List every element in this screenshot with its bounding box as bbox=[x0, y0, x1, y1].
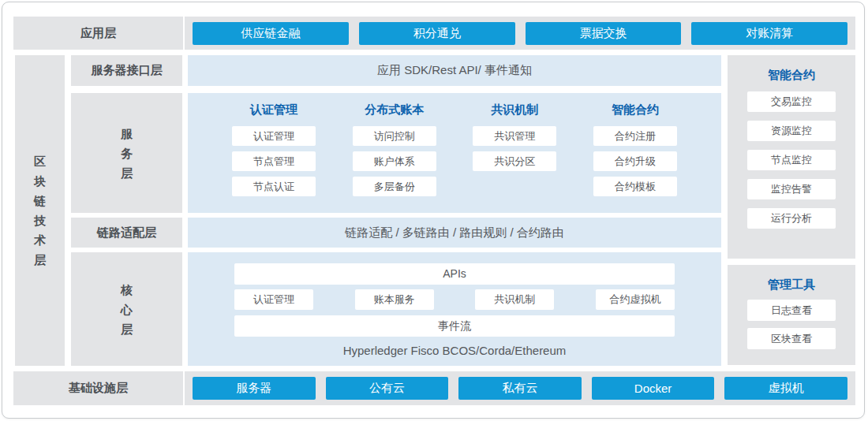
app-node-bill-exchange[interactable]: 票据交换 bbox=[526, 22, 682, 45]
monitor-item: 节点监控 bbox=[747, 150, 836, 170]
infra-node-docker[interactable]: Docker bbox=[592, 377, 715, 400]
smart-contract-panel: 智能合约 交易监控 资源监控 节点监控 监控告警 运行分析 bbox=[728, 55, 855, 259]
service-column-header: 认证管理 bbox=[232, 102, 316, 118]
service-item: 共识分区 bbox=[473, 151, 556, 171]
service-item: 合约升级 bbox=[593, 151, 677, 171]
core-layer-label: 核 心 层 bbox=[71, 252, 182, 366]
service-item: 访问控制 bbox=[353, 126, 436, 146]
service-item: 节点管理 bbox=[232, 151, 316, 171]
service-item: 多层备份 bbox=[353, 177, 436, 196]
core-module: 认证管理 bbox=[234, 289, 313, 310]
service-column-auth: 认证管理 认证管理 节点管理 节点认证 bbox=[232, 102, 316, 213]
infra-node-public-cloud[interactable]: 公有云 bbox=[326, 377, 449, 400]
app-layer-strip: 供应链金融 积分通兑 票据交换 对账清算 bbox=[185, 17, 855, 50]
monitor-item: 监控告警 bbox=[747, 179, 836, 199]
blockchain-tech-layer-label: 区 块 链 技 术 层 bbox=[15, 55, 65, 366]
service-item: 节点认证 bbox=[232, 177, 316, 196]
service-item: 共识管理 bbox=[473, 126, 556, 146]
tool-item: 日志查看 bbox=[747, 300, 836, 321]
service-column-consensus: 共识机制 共识管理 共识分区 bbox=[473, 102, 556, 213]
core-modules-row: 认证管理 账本服务 共识机制 合约虚拟机 bbox=[234, 289, 675, 310]
management-tools-panel: 管理工具 日志查看 区块查看 bbox=[728, 265, 855, 365]
app-layer-label: 应用层 bbox=[13, 17, 183, 50]
service-layer-panel: 认证管理 认证管理 节点管理 节点认证 分布式账本 访问控制 账户体系 多层备份… bbox=[188, 93, 721, 213]
event-stream-bar: 事件流 bbox=[234, 315, 675, 337]
service-item: 账户体系 bbox=[353, 151, 436, 171]
link-routing-content: 链路适配 / 多链路由 / 路由规则 / 合约路由 bbox=[188, 218, 721, 248]
core-module: 合约虚拟机 bbox=[596, 289, 675, 310]
core-module: 账本服务 bbox=[355, 289, 434, 310]
platforms-text: Hyperledger Fisco BCOS/Corda/Ethereum bbox=[234, 344, 675, 357]
monitor-item: 资源监控 bbox=[747, 121, 836, 141]
server-interface-layer-label: 服务器接口层 bbox=[71, 55, 182, 86]
service-column-ledger: 分布式账本 访问控制 账户体系 多层备份 bbox=[353, 102, 436, 213]
service-item: 合约注册 bbox=[593, 126, 677, 146]
service-column-header: 分布式账本 bbox=[353, 102, 436, 118]
apis-bar: APIs bbox=[234, 263, 675, 285]
service-column-smart-contract: 智能合约 合约注册 合约升级 合约模板 bbox=[593, 102, 677, 213]
infrastructure-layer-strip: 服务器 公有云 私有云 Docker 虚拟机 bbox=[185, 371, 855, 405]
monitor-item: 交易监控 bbox=[747, 91, 836, 112]
app-node-points-exchange[interactable]: 积分通兑 bbox=[359, 22, 515, 45]
core-layer-panel: APIs 认证管理 账本服务 共识机制 合约虚拟机 事件流 Hyperledge… bbox=[188, 252, 721, 366]
sdk-rest-api-content: 应用 SDK/Rest API/ 事件通知 bbox=[188, 55, 721, 86]
service-layer-label: 服 务 层 bbox=[71, 93, 182, 213]
tool-item: 区块查看 bbox=[747, 328, 836, 349]
core-module: 共识机制 bbox=[475, 289, 554, 310]
app-node-reconciliation-clearing[interactable]: 对账清算 bbox=[691, 22, 847, 45]
infra-node-vm[interactable]: 虚拟机 bbox=[724, 377, 847, 400]
service-item: 合约模板 bbox=[593, 177, 677, 196]
management-tools-panel-header: 管理工具 bbox=[728, 265, 855, 292]
architecture-diagram-frame: 应用层 供应链金融 积分通兑 票据交换 对账清算 区 块 链 技 术 层 服务器… bbox=[2, 2, 865, 419]
link-adapter-layer-label: 链路适配层 bbox=[71, 218, 182, 248]
infra-node-server[interactable]: 服务器 bbox=[193, 377, 316, 400]
infra-node-private-cloud[interactable]: 私有云 bbox=[458, 377, 582, 400]
monitor-item: 运行分析 bbox=[747, 208, 836, 229]
service-item: 认证管理 bbox=[232, 126, 316, 146]
service-column-header: 共识机制 bbox=[473, 102, 556, 118]
smart-contract-panel-header: 智能合约 bbox=[728, 55, 855, 83]
infrastructure-layer-label: 基础设施层 bbox=[13, 371, 183, 405]
service-column-header: 智能合约 bbox=[593, 102, 677, 118]
app-node-supply-chain-finance[interactable]: 供应链金融 bbox=[193, 22, 349, 45]
